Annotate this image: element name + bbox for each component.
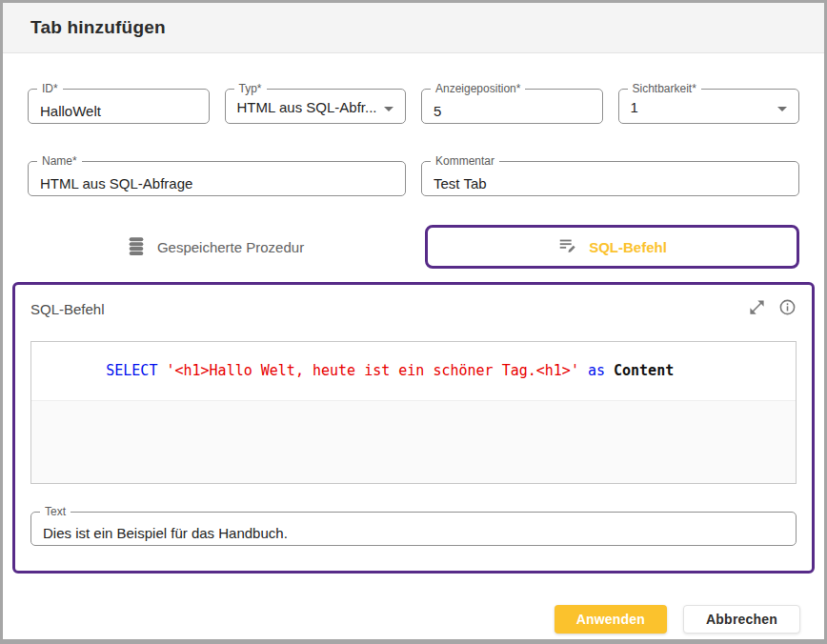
sql-code-editor[interactable]: SELECT'<h1>Hallo Welt, heute ist ein sch… bbox=[30, 341, 797, 484]
dialog-footer: Anwenden Abbrechen bbox=[27, 605, 800, 634]
sql-panel-header: SQL-Befehl bbox=[28, 298, 799, 319]
sql-token-string: '<h1>Hallo Welt, heute ist ein schöner T… bbox=[166, 362, 578, 379]
expand-button[interactable] bbox=[748, 298, 766, 319]
sql-command-toggle-label: SQL-Befehl bbox=[589, 239, 667, 255]
name-field-label: Name* bbox=[37, 154, 82, 169]
text-field: Text bbox=[30, 512, 797, 546]
chevron-down-icon bbox=[777, 107, 787, 111]
typ-select-value: HTML aus SQL-Abfr... bbox=[237, 99, 377, 115]
typ-field-label: Typ* bbox=[234, 82, 267, 96]
dialog-title: Tab hinzufügen bbox=[30, 17, 166, 38]
info-button[interactable] bbox=[778, 298, 797, 319]
sichtbarkeit-field: Sichtbarkeit* 1 bbox=[618, 89, 800, 124]
name-field: Name* bbox=[28, 161, 406, 196]
form-row-2: Name* Kommentar bbox=[28, 161, 799, 196]
cancel-button[interactable]: Abbrechen bbox=[683, 605, 800, 634]
sql-panel-actions bbox=[748, 298, 797, 319]
stored-procedure-toggle-label: Gespeicherte Prozedur bbox=[157, 239, 304, 255]
anzeigeposition-field-label: Anzeigeposition* bbox=[431, 82, 525, 96]
id-field: ID* bbox=[28, 89, 210, 124]
text-input[interactable] bbox=[31, 513, 796, 545]
typ-field: Typ* HTML aus SQL-Abfr... bbox=[225, 89, 407, 124]
info-icon bbox=[778, 298, 797, 319]
open-in-full-icon bbox=[748, 298, 766, 319]
sichtbarkeit-select-value: 1 bbox=[631, 99, 638, 115]
add-tab-dialog: Tab hinzufügen ID* Typ* HTML aus SQL-Abf… bbox=[0, 0, 827, 644]
kommentar-field-label: Kommentar bbox=[431, 154, 499, 169]
sql-token-content: Content bbox=[614, 362, 674, 379]
sql-code-line: SELECT'<h1>Hallo Welt, heute ist ein sch… bbox=[31, 342, 796, 401]
id-field-label: ID* bbox=[37, 82, 63, 96]
name-input[interactable] bbox=[29, 162, 405, 195]
kommentar-field: Kommentar bbox=[421, 161, 799, 196]
source-mode-toggle: Gespeicherte Prozedur SQL-Befehl bbox=[28, 225, 799, 269]
sql-command-panel: SQL-Befehl bbox=[12, 282, 815, 574]
stored-procedure-toggle-button[interactable]: Gespeicherte Prozedur bbox=[28, 225, 402, 269]
sichtbarkeit-field-label: Sichtbarkeit* bbox=[628, 82, 701, 96]
sql-command-toggle-button[interactable]: SQL-Befehl bbox=[425, 225, 799, 269]
text-field-label: Text bbox=[40, 505, 71, 519]
anzeigeposition-field: Anzeigeposition* bbox=[421, 89, 603, 124]
playlist-edit-icon bbox=[557, 235, 578, 259]
form-row-1: ID* Typ* HTML aus SQL-Abfr... Anzeigepos… bbox=[28, 89, 799, 124]
chevron-down-icon bbox=[384, 107, 393, 111]
apply-button[interactable]: Anwenden bbox=[555, 605, 667, 634]
sql-token-as: as bbox=[588, 362, 605, 379]
database-icon bbox=[126, 235, 147, 259]
sql-token-select: SELECT bbox=[106, 362, 157, 379]
sql-panel-title: SQL-Befehl bbox=[30, 301, 105, 317]
dialog-titlebar: Tab hinzufügen bbox=[3, 3, 824, 53]
